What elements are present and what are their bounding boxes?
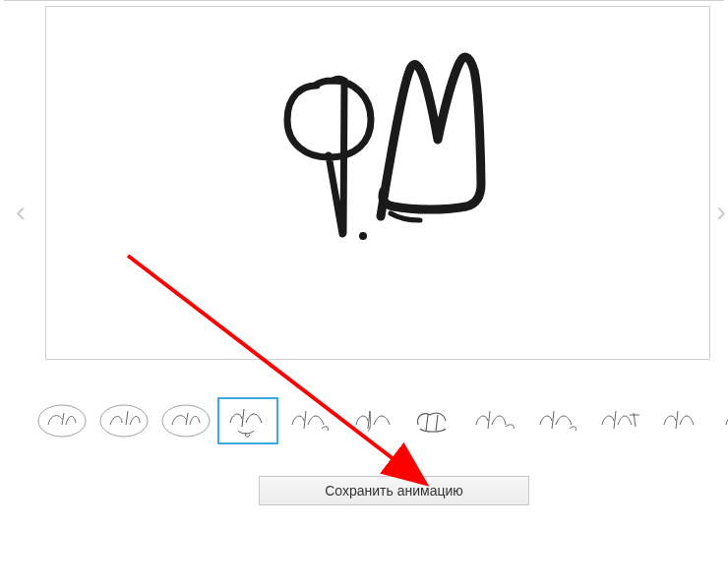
thumbnail-7[interactable]	[465, 397, 526, 444]
next-button[interactable]: ›	[716, 192, 726, 231]
prev-button[interactable]: ‹	[10, 192, 31, 231]
thumbnail-6[interactable]	[403, 397, 464, 444]
thumbnail-2[interactable]	[155, 397, 216, 444]
thumbnail-4[interactable]	[279, 397, 340, 444]
svg-point-1	[38, 405, 86, 437]
chevron-right-icon: ›	[716, 195, 726, 228]
thumbnail-11[interactable]	[713, 397, 728, 444]
thumbnail-8[interactable]	[527, 397, 588, 444]
top-border	[4, 0, 724, 1]
chevron-left-icon: ‹	[16, 195, 26, 228]
thumbnail-1[interactable]	[93, 397, 154, 444]
thumbnail-5[interactable]	[341, 397, 402, 444]
save-button-label: Сохранить анимацию	[325, 483, 463, 499]
signature-thumbnails	[31, 391, 728, 450]
svg-point-0	[359, 232, 367, 240]
thumbnail-10[interactable]	[651, 397, 712, 444]
signature-preview	[45, 6, 710, 360]
thumbnail-0[interactable]	[31, 397, 92, 444]
thumbnail-3[interactable]	[217, 397, 278, 444]
svg-point-2	[100, 405, 148, 437]
save-animation-button[interactable]: Сохранить анимацию	[259, 476, 529, 505]
signature-main-display	[248, 41, 504, 258]
svg-point-3	[162, 405, 210, 437]
thumbnail-9[interactable]	[589, 397, 650, 444]
